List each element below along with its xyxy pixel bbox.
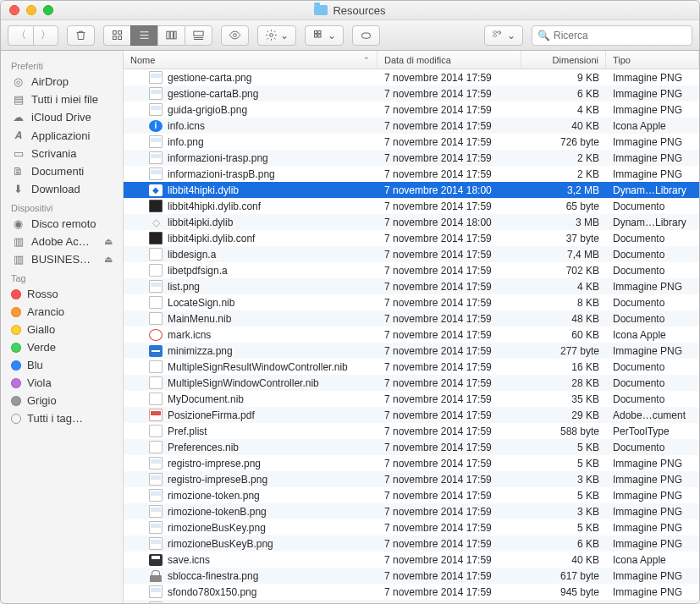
table-row[interactable]: ◇libbit4ipki.dylib7 novembre 2014 18:003… <box>124 214 699 230</box>
table-row[interactable]: rimozione-tokenB.png7 novembre 2014 17:5… <box>124 503 699 519</box>
close-button[interactable] <box>9 5 19 15</box>
file-icon <box>149 521 163 534</box>
dropbox-button[interactable]: ⌄ <box>484 25 523 46</box>
table-row[interactable]: informazioni-traspB.png7 novembre 2014 1… <box>124 166 699 182</box>
table-row[interactable]: iinfo.icns7 novembre 2014 17:5940 KBIcon… <box>124 118 699 134</box>
file-list: Nome⌃ Data di modifica Dimensioni Tipo g… <box>124 51 699 603</box>
sidebar-item[interactable]: Rosso <box>1 285 123 303</box>
col-size[interactable]: Dimensioni <box>521 51 606 69</box>
tag-button[interactable] <box>352 25 380 46</box>
table-row[interactable]: sblocca-finestra.png7 novembre 2014 17:5… <box>124 568 699 584</box>
sidebar-item[interactable]: ▥Adobe Ac…⏏ <box>1 233 123 250</box>
sidebar-item[interactable]: Blu <box>1 356 123 374</box>
file-size: 40 KB <box>521 554 606 566</box>
table-row[interactable]: libbit4hipki.dylib.conf7 novembre 2014 1… <box>124 198 699 214</box>
table-row[interactable]: MyDocument.nib7 novembre 2014 17:5935 KB… <box>124 391 699 407</box>
sidebar-item[interactable]: Tutti i tag… <box>1 409 123 427</box>
sidebar-item[interactable]: Grigio <box>1 392 123 409</box>
search-input[interactable] <box>554 30 686 41</box>
file-date: 7 novembre 2014 17:59 <box>378 474 521 486</box>
sidebar-item-label: Documenti <box>31 165 84 178</box>
sidebar-item[interactable]: ◉Disco remoto <box>1 215 123 233</box>
file-name: libbit4hipki.dylib.conf <box>168 200 261 212</box>
file-name: MultipleSignWindowController.nib <box>168 377 319 389</box>
eye-icon <box>229 29 241 41</box>
table-row[interactable]: MultipleSignWindowController.nib7 novemb… <box>124 375 699 391</box>
table-row[interactable]: LocateSign.nib7 novembre 2014 17:598 KBD… <box>124 294 699 310</box>
file-name: sfondo780x150.png <box>168 586 256 598</box>
minimize-button[interactable] <box>26 5 36 15</box>
eject-icon[interactable]: ⏏ <box>104 236 113 247</box>
coverflow-view-button[interactable] <box>185 25 212 46</box>
back-button[interactable]: 〈 <box>8 25 33 46</box>
col-name[interactable]: Nome⌃ <box>124 51 378 69</box>
table-row[interactable]: list.png7 novembre 2014 17:594 KBImmagin… <box>124 278 699 294</box>
table-row[interactable]: ◆libbit4hipki.dylib7 novembre 2014 18:00… <box>124 182 699 198</box>
table-row[interactable]: rimozioneBusKey.png7 novembre 2014 17:59… <box>124 519 699 535</box>
quicklook-button[interactable] <box>221 25 249 46</box>
sidebar-item[interactable]: ⬇Download <box>1 180 123 198</box>
table-row[interactable]: gestione-cartaB.png7 novembre 2014 17:59… <box>124 85 699 102</box>
file-kind: Dynam…Library <box>606 184 699 196</box>
table-row[interactable]: MultipleSignResultWindowController.nib7 … <box>124 359 699 375</box>
table-row[interactable]: mark.icns7 novembre 2014 17:5960 KBIcona… <box>124 327 699 343</box>
sidebar-item[interactable]: ▥BUSINES…⏏ <box>1 250 123 268</box>
action-button[interactable]: ⌄ <box>257 25 296 46</box>
file-date: 7 novembre 2014 17:59 <box>378 152 521 164</box>
svg-rect-10 <box>194 31 203 36</box>
sidebar-item[interactable]: Verde <box>1 338 123 356</box>
sidebar-item[interactable]: Viola <box>1 374 123 392</box>
sidebar-item[interactable]: Arancio <box>1 303 123 321</box>
file-size: 29 KB <box>521 409 606 421</box>
sidebar-item-label: Blu <box>27 359 43 371</box>
table-row[interactable]: gestione-carta.png7 novembre 2014 17:599… <box>124 69 699 85</box>
table-row[interactable]: libetpdfsign.a7 novembre 2014 17:59702 K… <box>124 262 699 278</box>
list-view-button[interactable] <box>130 25 157 46</box>
table-row[interactable]: sfondo780x150.png7 novembre 2014 17:5994… <box>124 584 699 600</box>
table-row[interactable]: rimozioneBusKeyB.png7 novembre 2014 17:5… <box>124 535 699 552</box>
sidebar-item[interactable]: Giallo <box>1 321 123 338</box>
sidebar-item[interactable]: ▭Scrivania <box>1 145 123 162</box>
col-kind[interactable]: Tipo <box>606 51 699 69</box>
eject-icon[interactable]: ⏏ <box>104 254 113 265</box>
file-size: 60 KB <box>521 329 606 341</box>
sidebar-item[interactable]: ▤Tutti i miei file <box>1 91 123 108</box>
file-icon <box>149 200 163 212</box>
table-row[interactable]: libdesign.a7 novembre 2014 17:597,4 MBDo… <box>124 246 699 262</box>
sidebar-item[interactable]: 𝘼Applicazioni <box>1 126 123 145</box>
icon-view-button[interactable] <box>103 25 130 46</box>
table-row[interactable]: libbit4ipki.dylib.conf7 novembre 2014 17… <box>124 230 699 246</box>
file-name: info.png <box>168 136 204 148</box>
table-row[interactable]: sfondo780x290.png7 novembre 2014 17:592 … <box>124 600 699 603</box>
table-row[interactable]: minimizza.png7 novembre 2014 17:59277 by… <box>124 343 699 359</box>
table-row[interactable]: Preferences.nib7 novembre 2014 17:595 KB… <box>124 439 699 455</box>
table-row[interactable]: rimozione-token.png7 novembre 2014 17:59… <box>124 487 699 503</box>
table-row[interactable]: guida-grigioB.png7 novembre 2014 17:594 … <box>124 102 699 118</box>
table-row[interactable]: save.icns7 novembre 2014 17:5940 KBIcona… <box>124 552 699 568</box>
trash-button[interactable] <box>67 25 95 46</box>
table-row[interactable]: registro-imprese.png7 novembre 2014 17:5… <box>124 455 699 471</box>
search-field[interactable]: 🔍 <box>532 25 692 46</box>
col-date[interactable]: Data di modifica <box>378 51 521 69</box>
column-view-button[interactable] <box>157 25 185 46</box>
table-row[interactable]: informazioni-trasp.png7 novembre 2014 17… <box>124 150 699 166</box>
titlebar: Resources <box>1 1 699 20</box>
file-name: rimozione-tokenB.png <box>168 506 267 518</box>
table-row[interactable]: info.png7 novembre 2014 17:59726 byteImm… <box>124 134 699 150</box>
forward-button[interactable]: 〉 <box>33 25 58 46</box>
table-row[interactable]: MainMenu.nib7 novembre 2014 17:5948 KBDo… <box>124 310 699 327</box>
sidebar-item[interactable]: ☁iCloud Drive <box>1 108 123 126</box>
chevron-down-icon: ⌄ <box>328 30 336 41</box>
arrange-button[interactable]: ⌄ <box>305 25 344 46</box>
table-row[interactable]: Pref.plist7 novembre 2014 17:59588 byteP… <box>124 423 699 439</box>
file-date: 7 novembre 2014 17:59 <box>378 297 521 309</box>
sidebar-item-label: Grigio <box>27 394 57 407</box>
sidebar-item[interactable]: 🗎Documenti <box>1 162 123 180</box>
table-row[interactable]: PosizioneFirma.pdf7 novembre 2014 17:592… <box>124 407 699 423</box>
file-icon <box>149 135 163 148</box>
file-icon <box>149 554 163 566</box>
rows-container[interactable]: gestione-carta.png7 novembre 2014 17:599… <box>124 69 699 603</box>
zoom-button[interactable] <box>43 5 53 15</box>
table-row[interactable]: registro-impreseB.png7 novembre 2014 17:… <box>124 471 699 487</box>
sidebar-item[interactable]: ◎AirDrop <box>1 73 123 91</box>
